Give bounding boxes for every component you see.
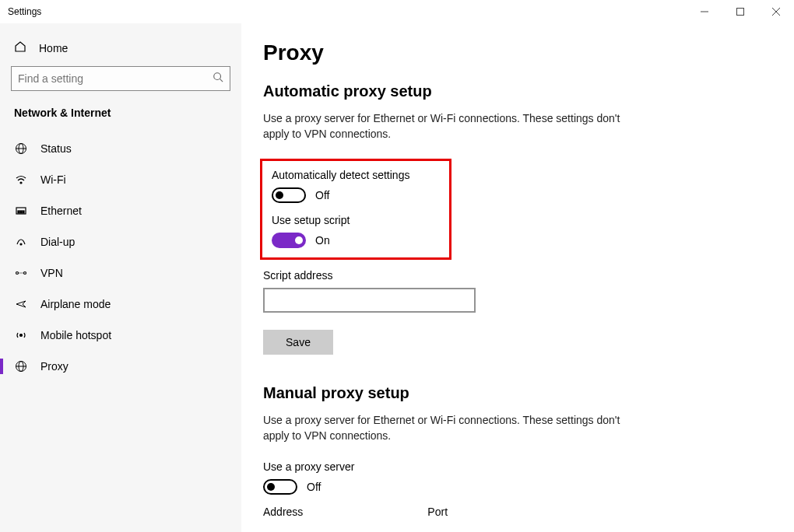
nav-label: VPN xyxy=(40,267,63,279)
auto-section-heading: Automatic proxy setup xyxy=(263,82,772,100)
setup-script-label: Use setup script xyxy=(272,214,440,226)
setup-script-state: On xyxy=(315,234,330,247)
nav-label: Dial-up xyxy=(40,236,75,248)
wifi-icon xyxy=(14,173,28,186)
sidebar-item-vpn[interactable]: VPN xyxy=(11,257,230,289)
setup-script-toggle[interactable] xyxy=(272,233,306,248)
sidebar: Home Network & Internet Status Wi-Fi Eth… xyxy=(0,23,241,532)
manual-port-label: Port xyxy=(427,506,448,518)
svg-rect-1 xyxy=(737,9,744,16)
sidebar-item-status[interactable]: Status xyxy=(11,133,230,164)
window-title: Settings xyxy=(8,6,41,17)
sidebar-item-ethernet[interactable]: Ethernet xyxy=(11,195,230,226)
use-proxy-state: Off xyxy=(307,481,321,493)
auto-detect-toggle[interactable] xyxy=(272,187,306,203)
manual-address-label: Address xyxy=(263,506,303,518)
search-box[interactable] xyxy=(11,66,230,91)
script-address-label: Script address xyxy=(263,269,772,282)
titlebar: Settings xyxy=(0,0,794,23)
proxy-icon xyxy=(14,360,28,373)
nav-label: Ethernet xyxy=(40,205,82,217)
svg-point-14 xyxy=(20,243,22,245)
nav-label: Wi-Fi xyxy=(40,173,66,186)
highlight-annotation: Automatically detect settings Off Use se… xyxy=(260,159,451,260)
manual-section-desc: Use a proxy server for Ethernet or Wi-Fi… xyxy=(263,413,621,443)
maximize-button[interactable] xyxy=(722,0,758,23)
auto-detect-label: Automatically detect settings xyxy=(272,169,440,181)
svg-point-16 xyxy=(24,272,26,275)
sidebar-item-proxy[interactable]: Proxy xyxy=(11,351,230,382)
auto-detect-state: Off xyxy=(315,189,329,201)
main-content: Proxy Automatic proxy setup Use a proxy … xyxy=(241,23,794,532)
save-button[interactable]: Save xyxy=(263,330,333,355)
use-proxy-label: Use a proxy server xyxy=(263,460,772,473)
page-title: Proxy xyxy=(263,40,772,65)
manual-section-heading: Manual proxy setup xyxy=(263,384,772,402)
svg-rect-13 xyxy=(23,211,24,213)
airplane-icon xyxy=(14,298,28,310)
sidebar-item-hotspot[interactable]: Mobile hotspot xyxy=(11,320,230,351)
hotspot-icon xyxy=(14,329,28,341)
vpn-icon xyxy=(14,267,28,279)
ethernet-icon xyxy=(14,205,28,217)
svg-rect-11 xyxy=(18,211,19,213)
svg-line-5 xyxy=(220,79,223,82)
sidebar-item-dialup[interactable]: Dial-up xyxy=(11,226,230,257)
sidebar-item-wifi[interactable]: Wi-Fi xyxy=(11,164,230,195)
globe-icon xyxy=(14,142,28,155)
dialup-icon xyxy=(14,236,28,248)
home-label: Home xyxy=(39,42,68,54)
use-proxy-toggle[interactable] xyxy=(263,479,297,495)
svg-rect-12 xyxy=(20,211,22,213)
svg-point-18 xyxy=(20,334,23,337)
search-icon xyxy=(213,72,223,86)
sidebar-item-airplane[interactable]: Airplane mode xyxy=(11,289,230,320)
window-controls xyxy=(687,0,794,23)
search-input[interactable] xyxy=(18,72,213,85)
minimize-button[interactable] xyxy=(687,0,722,23)
nav-label: Mobile hotspot xyxy=(40,329,111,341)
home-icon xyxy=(14,40,26,55)
svg-point-4 xyxy=(214,73,221,80)
nav-label: Proxy xyxy=(40,360,69,373)
svg-point-9 xyxy=(20,182,22,184)
close-button[interactable] xyxy=(758,0,794,23)
nav-label: Airplane mode xyxy=(40,298,111,310)
nav-list: Status Wi-Fi Ethernet Dial-up VPN Airpla… xyxy=(11,133,230,382)
nav-label: Status xyxy=(40,142,72,155)
auto-section-desc: Use a proxy server for Ethernet or Wi-Fi… xyxy=(263,111,621,142)
section-title: Network & Internet xyxy=(11,107,230,119)
home-link[interactable]: Home xyxy=(11,37,230,66)
script-address-input[interactable] xyxy=(263,288,476,313)
svg-point-15 xyxy=(16,272,19,275)
